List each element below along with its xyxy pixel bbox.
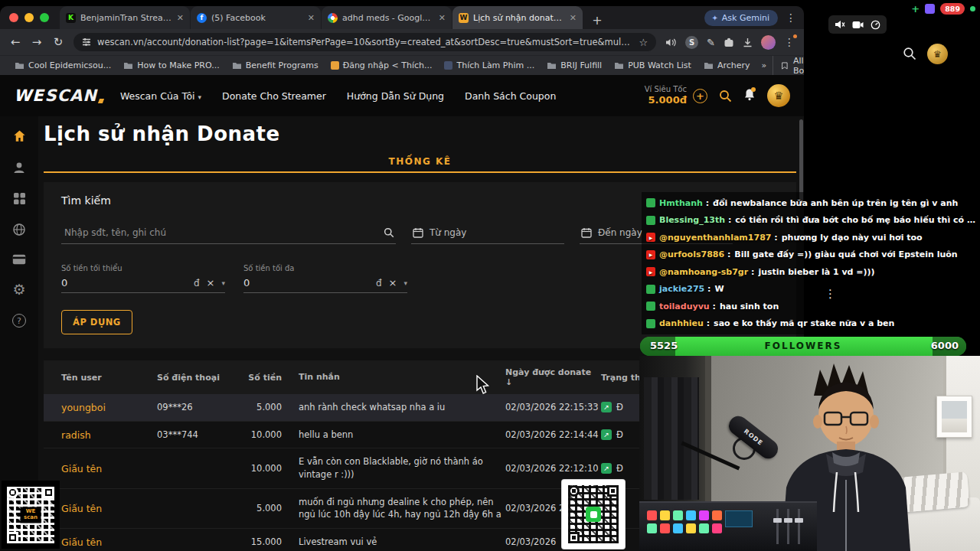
bookmark-star-icon[interactable]: ☆ [639, 37, 648, 48]
url-text[interactable]: wescan.vn/account/donation-list?page=1&i… [97, 37, 632, 47]
user-avatar[interactable]: ♛ [767, 84, 790, 107]
donor-name[interactable]: Giấu tên [44, 463, 157, 474]
purple-extension-icon[interactable] [925, 4, 935, 14]
field-search-icon[interactable] [384, 227, 394, 238]
max-amount-value[interactable]: 0 [243, 277, 369, 289]
desktop-search-icon[interactable] [903, 47, 916, 60]
forward-icon[interactable]: → [31, 35, 43, 49]
donor-name[interactable]: Giấu tên [44, 536, 157, 548]
sidebar-settings-icon[interactable]: ⚙ [12, 282, 25, 296]
bookmark-item[interactable]: Đăng nhập < Thích... [325, 58, 438, 73]
max-amount-field[interactable]: Số tiền tối đa 0 đ × ▾ [243, 264, 407, 293]
window-zoom-button[interactable] [40, 13, 49, 22]
page-scrollbar[interactable] [799, 119, 803, 202]
chevron-down-icon[interactable]: ▾ [221, 279, 225, 287]
sidebar-help-icon[interactable]: ? [12, 314, 26, 328]
window-minimize-button[interactable] [24, 13, 34, 22]
nav-guide[interactable]: Hướng Dẫn Sử Dụng [347, 90, 444, 102]
bookmarks-overflow-chevron[interactable]: » [757, 60, 772, 70]
downloads-icon[interactable] [743, 37, 753, 47]
webcam-video: RODE [639, 356, 980, 551]
col-date-sorted[interactable]: Ngày được donate ↓ [505, 367, 601, 387]
nav-donate-streamer[interactable]: Donate Cho Streamer [222, 90, 326, 102]
site-settings-icon[interactable] [82, 37, 91, 47]
wescan-qr-code: WEscan [2, 481, 60, 549]
tab-close-icon[interactable]: ✕ [570, 13, 577, 23]
window-close-button[interactable] [9, 13, 18, 22]
gauge-icon[interactable] [871, 20, 880, 30]
bookmark-item[interactable]: Thích Làm Phim ... [439, 58, 540, 73]
green-plus-icon[interactable]: + [911, 3, 920, 15]
apply-button[interactable]: ÁP DỤNG [61, 310, 132, 334]
back-icon[interactable]: ← [9, 35, 21, 49]
bookmark-folder[interactable]: Benefit Programs [227, 58, 324, 73]
chat-menu-icon[interactable]: ⋮ [825, 287, 836, 301]
chat-message: toiladuyvu hau sinh ton [646, 302, 975, 311]
keyword-input[interactable] [63, 227, 377, 239]
status-label: Đ [616, 429, 623, 440]
tab-close-icon[interactable]: ✕ [308, 13, 315, 23]
bookmark-folder[interactable]: Archery [698, 58, 756, 73]
site-search-icon[interactable] [719, 90, 732, 103]
donor-name[interactable]: youngboi [44, 402, 157, 413]
chevron-down-icon[interactable]: ▾ [403, 279, 407, 287]
bookmark-folder[interactable]: How to Make PRO... [118, 58, 225, 73]
wescan-logo[interactable]: WESCAN [14, 86, 97, 105]
address-bar[interactable]: wescan.vn/account/donation-list?page=1&i… [74, 33, 656, 51]
donor-name[interactable]: Giấu tên [44, 503, 157, 514]
chat-username[interactable]: jackie275 [659, 284, 710, 294]
tab-google-search[interactable]: adhd meds - Google Search ✕ [322, 6, 452, 29]
tab-statistics[interactable]: THỐNG KÊ [389, 156, 452, 167]
reload-icon[interactable]: ↻ [52, 35, 64, 49]
chat-username[interactable]: danhhieu [659, 318, 710, 328]
tab-wescan-active[interactable]: W Lịch sử nhận donate | WeScan ✕ [452, 6, 583, 29]
camera-icon[interactable] [852, 21, 864, 29]
bookmark-folder[interactable]: BRIJ Fulfill [541, 58, 607, 73]
status-export-icon[interactable]: ↗ [601, 463, 612, 474]
s-extension-icon[interactable]: S [685, 36, 698, 49]
donor-name[interactable]: radish [44, 429, 157, 441]
chat-username[interactable]: @namhoang-sb7gr [659, 267, 754, 277]
chat-username[interactable]: Hmthanh [659, 198, 709, 208]
profile-avatar[interactable] [761, 35, 776, 50]
desktop-avatar[interactable]: ♛ [927, 44, 948, 64]
chat-username[interactable]: @nguyenthanhlam1787 [659, 233, 778, 243]
tabstrip-menu-icon[interactable]: ⋮ [786, 11, 796, 24]
new-tab-button[interactable]: + [588, 11, 606, 29]
notifications-bell-icon[interactable] [743, 88, 756, 104]
pencil-icon[interactable]: ✎ [707, 37, 715, 48]
min-amount-value[interactable]: 0 [61, 277, 187, 289]
tab-close-icon[interactable]: ✕ [177, 13, 184, 23]
nav-coupon-list[interactable]: Danh Sách Coupon [465, 90, 556, 102]
extensions-puzzle-icon[interactable] [724, 37, 734, 47]
ask-gemini-button[interactable]: ✦ Ask Gemini [704, 10, 778, 26]
chat-username[interactable]: toiladuyvu [659, 302, 716, 311]
bookmark-folder[interactable]: PUB Watch List [609, 58, 697, 73]
menubar-status-cluster: + 889 [911, 3, 975, 15]
sidebar-profile-icon[interactable] [12, 161, 26, 174]
mute-icon[interactable] [835, 20, 845, 29]
tab-audio-icon[interactable] [665, 37, 677, 47]
tab-facebook[interactable]: f (5) Facebook ✕ [191, 6, 321, 29]
keyword-field[interactable] [61, 222, 396, 244]
tab-stream[interactable]: K BenjaminTran Stream - Watch ✕ [60, 6, 190, 29]
sidebar-globe-icon[interactable] [12, 223, 26, 236]
chat-username[interactable]: @urfools7886 [659, 249, 730, 259]
clear-icon[interactable]: × [207, 277, 215, 289]
all-bookmarks-button[interactable]: All Bookmarks [773, 56, 804, 76]
from-date-field[interactable]: Từ ngày [411, 222, 564, 244]
sidebar-home-icon[interactable] [12, 129, 27, 143]
clear-icon[interactable]: × [389, 277, 397, 289]
sidebar-card-icon[interactable] [12, 254, 26, 265]
status-export-icon[interactable]: ↗ [601, 402, 612, 412]
status-export-icon[interactable]: ↗ [601, 429, 612, 440]
browser-menu-icon[interactable]: ⋮ [784, 36, 795, 48]
chat-username[interactable]: Blessing_13th [659, 215, 731, 225]
tab-close-icon[interactable]: ✕ [439, 13, 446, 23]
wallet-balance[interactable]: Ví Siêu Tốc 5.000đ [645, 85, 687, 106]
bookmark-folder[interactable]: Cool Epidemicsou... [9, 58, 116, 73]
sidebar-dashboard-icon[interactable] [13, 192, 26, 205]
topup-plus-icon[interactable]: + [693, 89, 707, 103]
min-amount-field[interactable]: Số tiền tối thiểu 0 đ × ▾ [61, 264, 225, 293]
nav-my-wescan[interactable]: Wescan Của Tôi▾ [120, 90, 201, 102]
